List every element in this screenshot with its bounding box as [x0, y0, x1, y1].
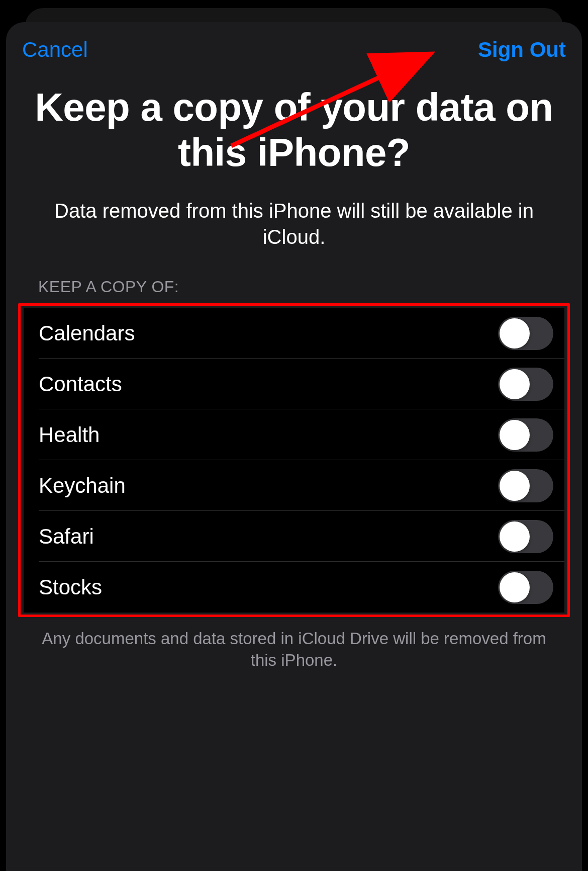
page-title: Keep a copy of your data on this iPhone? [18, 85, 570, 175]
toggle-stocks[interactable] [498, 571, 553, 604]
toggle-list: Calendars Contacts Health Keychain Safar… [24, 308, 564, 613]
list-item-safari: Safari [24, 511, 564, 562]
list-item-stocks: Stocks [24, 562, 564, 613]
highlight-annotation: Calendars Contacts Health Keychain Safar… [18, 303, 570, 617]
row-label: Health [39, 423, 100, 447]
list-item-calendars: Calendars [24, 308, 564, 359]
sign-out-button[interactable]: Sign Out [478, 38, 566, 62]
page-subtitle: Data removed from this iPhone will still… [18, 198, 570, 250]
toggle-contacts[interactable] [498, 368, 553, 401]
cancel-button[interactable]: Cancel [22, 38, 88, 62]
toggle-keychain[interactable] [498, 469, 553, 502]
toggle-safari[interactable] [498, 520, 553, 553]
row-label: Keychain [39, 474, 126, 498]
row-label: Safari [39, 525, 94, 549]
list-item-keychain: Keychain [24, 460, 564, 511]
row-label: Contacts [39, 372, 122, 396]
section-header: KEEP A COPY OF: [18, 278, 570, 296]
list-item-health: Health [24, 409, 564, 460]
toggle-calendars[interactable] [498, 317, 553, 350]
modal-sheet: Cancel Sign Out Keep a copy of your data… [6, 22, 582, 871]
footer-note: Any documents and data stored in iCloud … [18, 628, 570, 671]
nav-bar: Cancel Sign Out [18, 22, 570, 77]
toggle-health[interactable] [498, 418, 553, 452]
row-label: Stocks [39, 575, 102, 599]
list-item-contacts: Contacts [24, 359, 564, 409]
row-label: Calendars [39, 321, 135, 345]
